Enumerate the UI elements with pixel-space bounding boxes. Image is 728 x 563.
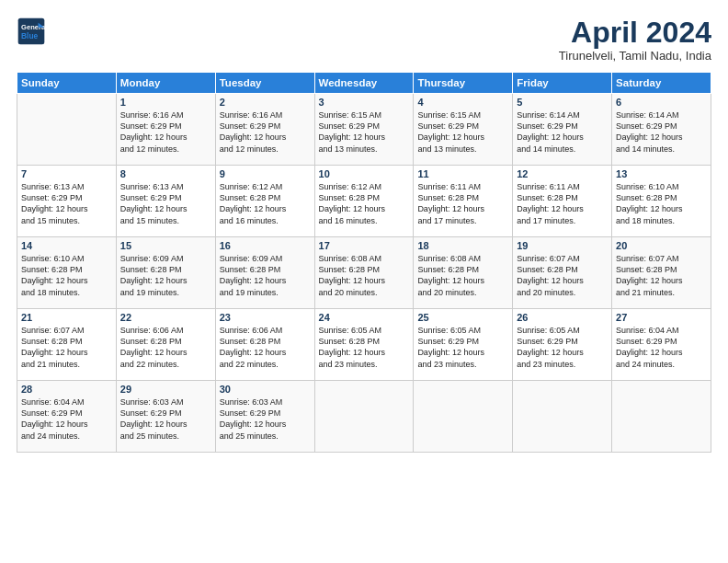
calendar-cell [612,381,711,453]
day-number: 28 [21,384,112,395]
day-number: 13 [616,168,707,179]
calendar-body: 1Sunrise: 6:16 AM Sunset: 6:29 PM Daylig… [17,94,711,453]
day-number: 6 [616,97,707,108]
calendar-cell: 2Sunrise: 6:16 AM Sunset: 6:29 PM Daylig… [215,94,314,166]
calendar-header: SundayMondayTuesdayWednesdayThursdayFrid… [17,73,711,94]
day-info: Sunrise: 6:12 AM Sunset: 6:28 PM Dayligh… [220,181,311,226]
calendar-week-row: 28Sunrise: 6:04 AM Sunset: 6:29 PM Dayli… [17,381,711,453]
calendar-cell: 28Sunrise: 6:04 AM Sunset: 6:29 PM Dayli… [17,381,117,453]
day-info: Sunrise: 6:16 AM Sunset: 6:29 PM Dayligh… [120,109,211,155]
calendar-cell [314,381,414,453]
calendar-cell: 16Sunrise: 6:09 AM Sunset: 6:28 PM Dayli… [215,237,314,309]
calendar-week-row: 21Sunrise: 6:07 AM Sunset: 6:28 PM Dayli… [17,309,711,381]
day-info: Sunrise: 6:13 AM Sunset: 6:29 PM Dayligh… [21,181,112,226]
day-info: Sunrise: 6:05 AM Sunset: 6:29 PM Dayligh… [417,325,508,370]
day-info: Sunrise: 6:09 AM Sunset: 6:28 PM Dayligh… [120,253,211,298]
day-info: Sunrise: 6:08 AM Sunset: 6:28 PM Dayligh… [417,253,508,298]
day-info: Sunrise: 6:15 AM Sunset: 6:29 PM Dayligh… [417,109,508,155]
day-info: Sunrise: 6:11 AM Sunset: 6:28 PM Dayligh… [417,181,508,226]
calendar-cell: 7Sunrise: 6:13 AM Sunset: 6:29 PM Daylig… [17,166,117,237]
calendar-cell: 17Sunrise: 6:08 AM Sunset: 6:28 PM Dayli… [314,237,414,309]
day-number: 30 [220,384,311,395]
day-number: 1 [120,97,211,108]
weekday-header: Thursday [414,73,513,94]
day-info: Sunrise: 6:14 AM Sunset: 6:29 PM Dayligh… [517,109,608,155]
day-info: Sunrise: 6:16 AM Sunset: 6:29 PM Dayligh… [220,109,311,155]
header: General Blue April 2024 Tirunelveli, Tam… [17,17,711,63]
day-info: Sunrise: 6:04 AM Sunset: 6:29 PM Dayligh… [616,325,707,370]
weekday-header: Monday [116,73,215,94]
calendar-cell: 9Sunrise: 6:12 AM Sunset: 6:28 PM Daylig… [215,166,314,237]
calendar-cell: 23Sunrise: 6:06 AM Sunset: 6:28 PM Dayli… [215,309,314,381]
calendar-cell: 13Sunrise: 6:10 AM Sunset: 6:28 PM Dayli… [612,166,711,237]
day-number: 15 [120,240,211,251]
day-number: 27 [616,312,707,323]
day-number: 22 [120,312,211,323]
weekday-header: Sunday [17,73,117,94]
day-info: Sunrise: 6:13 AM Sunset: 6:29 PM Dayligh… [120,181,211,226]
day-number: 14 [21,240,112,251]
day-number: 23 [220,312,311,323]
day-info: Sunrise: 6:07 AM Sunset: 6:28 PM Dayligh… [616,253,707,298]
day-info: Sunrise: 6:06 AM Sunset: 6:28 PM Dayligh… [120,325,211,370]
calendar-cell: 29Sunrise: 6:03 AM Sunset: 6:29 PM Dayli… [116,381,215,453]
day-info: Sunrise: 6:04 AM Sunset: 6:29 PM Dayligh… [21,396,112,442]
page: General Blue April 2024 Tirunelveli, Tam… [0,0,728,563]
day-number: 29 [120,384,211,395]
calendar-cell: 21Sunrise: 6:07 AM Sunset: 6:28 PM Dayli… [17,309,117,381]
calendar-cell: 5Sunrise: 6:14 AM Sunset: 6:29 PM Daylig… [513,94,612,166]
calendar-week-row: 1Sunrise: 6:16 AM Sunset: 6:29 PM Daylig… [17,94,711,166]
day-info: Sunrise: 6:06 AM Sunset: 6:28 PM Dayligh… [220,325,311,370]
calendar-cell [414,381,513,453]
day-number: 18 [417,240,508,251]
calendar-cell: 1Sunrise: 6:16 AM Sunset: 6:29 PM Daylig… [116,94,215,166]
day-number: 20 [616,240,707,251]
logo-icon: General Blue [17,17,46,46]
calendar-cell: 4Sunrise: 6:15 AM Sunset: 6:29 PM Daylig… [414,94,513,166]
weekday-header: Friday [513,73,612,94]
day-number: 26 [517,312,608,323]
day-number: 16 [220,240,311,251]
day-number: 17 [319,240,410,251]
calendar-cell [513,381,612,453]
calendar-cell: 19Sunrise: 6:07 AM Sunset: 6:28 PM Dayli… [513,237,612,309]
calendar-cell: 27Sunrise: 6:04 AM Sunset: 6:29 PM Dayli… [612,309,711,381]
calendar-cell [17,94,117,166]
day-info: Sunrise: 6:05 AM Sunset: 6:28 PM Dayligh… [319,325,410,370]
location: Tirunelveli, Tamil Nadu, India [559,49,711,63]
day-info: Sunrise: 6:14 AM Sunset: 6:29 PM Dayligh… [616,109,707,155]
day-number: 4 [417,97,508,108]
day-info: Sunrise: 6:07 AM Sunset: 6:28 PM Dayligh… [517,253,608,298]
day-info: Sunrise: 6:07 AM Sunset: 6:28 PM Dayligh… [21,325,112,370]
calendar-cell: 22Sunrise: 6:06 AM Sunset: 6:28 PM Dayli… [116,309,215,381]
day-info: Sunrise: 6:03 AM Sunset: 6:29 PM Dayligh… [120,396,211,442]
calendar-week-row: 14Sunrise: 6:10 AM Sunset: 6:28 PM Dayli… [17,237,711,309]
calendar-week-row: 7Sunrise: 6:13 AM Sunset: 6:29 PM Daylig… [17,166,711,237]
day-number: 19 [517,240,608,251]
day-number: 3 [319,97,410,108]
calendar-cell: 20Sunrise: 6:07 AM Sunset: 6:28 PM Dayli… [612,237,711,309]
calendar-cell: 15Sunrise: 6:09 AM Sunset: 6:28 PM Dayli… [116,237,215,309]
calendar-cell: 8Sunrise: 6:13 AM Sunset: 6:29 PM Daylig… [116,166,215,237]
day-info: Sunrise: 6:15 AM Sunset: 6:29 PM Dayligh… [319,109,410,155]
day-number: 12 [517,168,608,179]
svg-text:Blue: Blue [21,31,39,40]
day-number: 21 [21,312,112,323]
title-block: April 2024 Tirunelveli, Tamil Nadu, Indi… [559,17,711,63]
calendar-cell: 6Sunrise: 6:14 AM Sunset: 6:29 PM Daylig… [612,94,711,166]
day-number: 10 [319,168,410,179]
day-info: Sunrise: 6:10 AM Sunset: 6:28 PM Dayligh… [21,253,112,298]
weekday-header: Saturday [612,73,711,94]
day-info: Sunrise: 6:05 AM Sunset: 6:29 PM Dayligh… [517,325,608,370]
calendar-cell: 25Sunrise: 6:05 AM Sunset: 6:29 PM Dayli… [414,309,513,381]
calendar-cell: 30Sunrise: 6:03 AM Sunset: 6:29 PM Dayli… [215,381,314,453]
day-number: 8 [120,168,211,179]
calendar-cell: 14Sunrise: 6:10 AM Sunset: 6:28 PM Dayli… [17,237,117,309]
day-info: Sunrise: 6:08 AM Sunset: 6:28 PM Dayligh… [319,253,410,298]
day-number: 5 [517,97,608,108]
weekday-header: Wednesday [314,73,414,94]
day-info: Sunrise: 6:10 AM Sunset: 6:28 PM Dayligh… [616,181,707,226]
day-number: 2 [220,97,311,108]
calendar-cell: 3Sunrise: 6:15 AM Sunset: 6:29 PM Daylig… [314,94,414,166]
day-number: 11 [417,168,508,179]
